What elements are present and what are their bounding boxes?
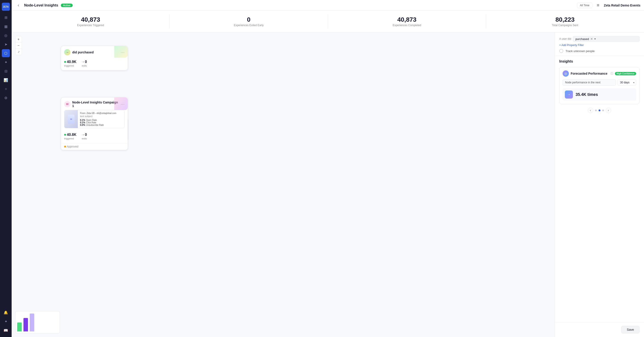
nav-grid-icon[interactable]: ⊞ xyxy=(2,13,10,21)
pagination-dot-2[interactable] xyxy=(598,109,600,111)
stat-experiences-triggered: 40,873 Experiences Triggered xyxy=(12,14,170,29)
node-stats-campaign: 40.8K triggered ⇢ 0 exits xyxy=(61,130,128,143)
active-badge: Active xyxy=(61,3,73,7)
nav-magic-icon[interactable]: ✦ xyxy=(2,317,10,325)
add-filter-label: + Add Property Filter xyxy=(559,43,584,47)
stat-label-triggered: Experiences Triggered xyxy=(15,24,166,27)
pagination-dot-1[interactable] xyxy=(595,109,597,111)
node-stat-exits: ⇢ 0 exits xyxy=(82,60,87,67)
nav-book-icon[interactable]: 📖 xyxy=(2,326,10,334)
track-unknown-label: Track unknown people xyxy=(566,49,594,53)
header-menu-button[interactable]: ≡ xyxy=(595,2,601,8)
node-did-purchased[interactable]: → did purchased ⋯ 40.9K triggered xyxy=(61,46,128,70)
stat-value-campaigns: 80,223 xyxy=(490,16,640,23)
filter-row: A user did purchased ✕ ▾ xyxy=(559,36,640,42)
zoom-fit-button[interactable]: ⤢ xyxy=(16,49,22,55)
nav-bell-icon[interactable]: 🔔 xyxy=(2,308,10,317)
panel-footer: Save xyxy=(555,322,644,337)
filter-value-tag: purchased ✕ ▾ xyxy=(573,36,640,42)
high-confidence-badge: High Confidence xyxy=(615,72,636,75)
campaign-stat-triggered: 40.8K triggered xyxy=(64,133,76,140)
node-stat-triggered: 40.9K triggered xyxy=(64,60,76,67)
nav-target-icon[interactable]: ◎ xyxy=(2,31,10,39)
result-icon: → xyxy=(565,90,573,99)
stat-campaigns-sent: 80,223 Total Campaigns Sent xyxy=(486,14,644,29)
approved-label: Approved xyxy=(67,145,78,148)
days-select-wrapper: 30 days 7 days 14 days 60 days 90 days xyxy=(618,79,636,86)
campaign-preview: ✉ From: Zeta EB - eb@zetaglobal.com test… xyxy=(64,110,124,128)
flow-canvas[interactable]: + − ⤢ → did purchased ⋯ xyxy=(12,32,554,337)
nav-sparkle-icon[interactable]: ✧ xyxy=(2,85,10,93)
sidebar-nav: ZETA ⊞ ▦ ◎ ➤ ⬡ ✦ ⊟ 📊 ✧ ⚙ 🔔 ✦ 📖 xyxy=(0,0,12,337)
approved-badge: Approved xyxy=(61,143,128,150)
zoom-controls: + − ⤢ xyxy=(15,36,22,55)
exits-label: exits xyxy=(82,64,87,67)
click-rate-label: Click Rate xyxy=(86,121,96,124)
nav-dashboard-icon[interactable]: ▦ xyxy=(2,22,10,30)
filter-section: A user did purchased ✕ ▾ + Add Property … xyxy=(555,32,644,56)
stat-experiences-exited: 0 Experiences Exited Early xyxy=(170,14,328,29)
forecasted-icon: ◎ xyxy=(562,70,569,77)
legend-bar-1 xyxy=(17,323,22,332)
track-unknown-row: Track unknown people xyxy=(559,49,640,53)
click-rate-row: 0.1% Click Rate xyxy=(80,121,122,124)
nav-chart-icon[interactable]: 📊 xyxy=(2,76,10,84)
nav-send-icon[interactable]: ➤ xyxy=(2,40,10,48)
campaign-subject: test subject xyxy=(80,115,122,118)
open-rate-label: Open Rate xyxy=(86,119,97,121)
click-rate-value: 0.1% xyxy=(80,121,85,124)
zoom-out-button[interactable]: − xyxy=(16,42,22,49)
node-campaign-1[interactable]: ✉ Node-Level Insights Campaign 1 ⋯ ✉ Fro… xyxy=(61,97,128,150)
campaign-from: From: Zeta EB - eb@zetaglobal.com xyxy=(80,112,122,114)
mini-legend xyxy=(15,311,60,334)
forecasted-header: ◎ Forecasted Performance ⓘ High Confiden… xyxy=(562,70,636,77)
campaign-details: From: Zeta EB - eb@zetaglobal.com test s… xyxy=(78,110,124,128)
stat-label-exited: Experiences Exited Early xyxy=(173,24,324,27)
days-select[interactable]: 30 days 7 days 14 days 60 days 90 days xyxy=(618,79,636,86)
pagination-dot-3[interactable] xyxy=(602,109,604,111)
back-button[interactable]: ‹ xyxy=(15,2,22,8)
filter-user-label: A user did xyxy=(559,37,571,40)
node-decoration-purchased xyxy=(114,46,128,58)
filter-clear-button[interactable]: ✕ xyxy=(590,37,593,41)
campaign-exits-value: 0 xyxy=(85,133,87,137)
campaign-triggered-dot xyxy=(64,134,66,136)
add-filter-button[interactable]: + Add Property Filter xyxy=(559,43,584,47)
track-unknown-toggle[interactable] xyxy=(559,49,563,53)
legend-bar-2 xyxy=(24,318,28,332)
time-filter-button[interactable]: All Time xyxy=(577,3,592,8)
filter-dropdown-button[interactable]: ▾ xyxy=(594,37,596,40)
stats-bar: 40,873 Experiences Triggered 0 Experienc… xyxy=(12,11,644,32)
pagination-prev-button[interactable]: ‹ xyxy=(588,108,593,113)
campaign-thumbnail: ✉ xyxy=(64,110,78,128)
pagination-dots: ‹ › xyxy=(559,108,640,113)
pagination-next-button[interactable]: › xyxy=(606,108,611,113)
canvas-area: + − ⤢ → did purchased ⋯ xyxy=(12,32,644,337)
approved-dot xyxy=(64,146,66,147)
stat-value-completed: 40,873 xyxy=(332,16,482,23)
result-value: 35.4K times xyxy=(576,92,598,97)
forecasted-card: ◎ Forecasted Performance ⓘ High Confiden… xyxy=(559,67,640,104)
nav-settings-icon[interactable]: ⚙ xyxy=(2,94,10,102)
event-name: Zeta Retail Demo Events xyxy=(604,3,640,7)
node-perf-input[interactable] xyxy=(562,79,616,86)
nav-layers-icon[interactable]: ⊟ xyxy=(2,67,10,75)
forecasted-result: → 35.4K times xyxy=(562,88,636,101)
insights-section: Insights ◎ Forecasted Performance ⓘ High… xyxy=(555,56,644,322)
save-button[interactable]: Save xyxy=(621,326,640,334)
top-header: ‹ Node-Level Insights Active All Time ≡ … xyxy=(12,0,644,11)
unsub-rate-row: 0.0% Unsubscribe Rate xyxy=(80,124,122,126)
stat-experiences-completed: 40,873 Experiences Completed xyxy=(328,14,486,29)
stat-value-exited: 0 xyxy=(173,16,324,23)
page-title: Node-Level Insights xyxy=(24,3,58,7)
stat-label-campaigns: Total Campaigns Sent xyxy=(490,24,640,27)
unsub-rate-value: 0.0% xyxy=(80,124,85,126)
triggered-dot xyxy=(64,61,66,63)
insights-title: Insights xyxy=(559,59,640,63)
filter-value: purchased xyxy=(575,37,589,41)
nav-flow-icon[interactable]: ⬡ xyxy=(2,49,10,57)
node-title-purchased: did purchased xyxy=(72,50,119,54)
zoom-in-button[interactable]: + xyxy=(16,36,22,42)
node-title-campaign: Node-Level Insights Campaign 1 xyxy=(72,101,119,108)
nav-star-icon[interactable]: ✦ xyxy=(2,58,10,66)
